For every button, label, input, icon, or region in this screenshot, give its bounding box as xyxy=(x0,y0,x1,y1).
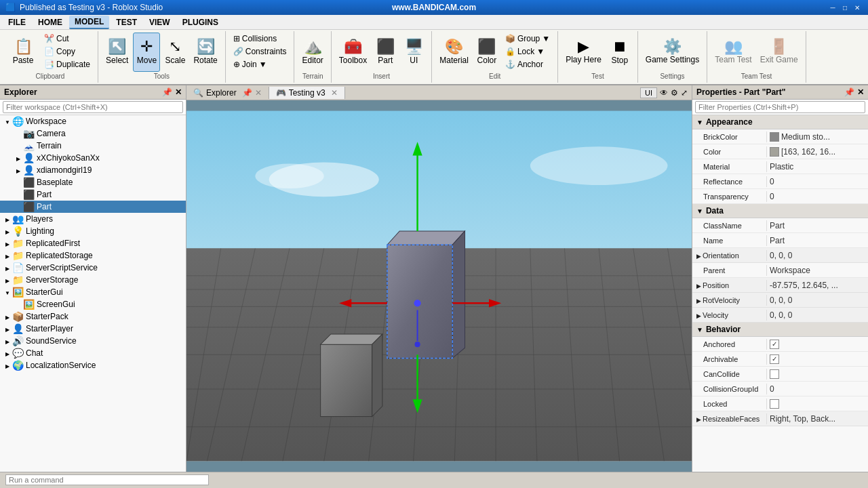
stop-button[interactable]: ⏹ Stop xyxy=(606,33,633,72)
viewport-tab[interactable]: 🎮 Testing v3 ✕ xyxy=(269,87,345,99)
locked-checkbox[interactable] xyxy=(770,399,779,409)
menu-model[interactable]: MODEL xyxy=(69,16,109,29)
tree-item-xdiamondgirl[interactable]: 👤 xdiamondgirl19 xyxy=(0,164,186,176)
archivable-checkbox[interactable]: ✓ xyxy=(770,354,779,364)
exit-game-button[interactable]: 🚪 Exit Game xyxy=(757,33,802,72)
starter-gui-arrow[interactable] xyxy=(3,289,12,296)
server-storage-arrow[interactable] xyxy=(3,277,12,284)
replicated-storage-arrow[interactable] xyxy=(3,252,12,260)
play-here-button[interactable]: ▶ Play Here xyxy=(562,33,605,72)
tree-item-server-script[interactable]: 📄 ServerScriptService xyxy=(0,262,186,274)
tree-item-chat[interactable]: 💬 Chat xyxy=(0,347,186,359)
move-button[interactable]: ✛ Move xyxy=(133,33,160,72)
tree-item-sound-service[interactable]: 🔊 SoundService xyxy=(0,335,186,347)
material-button[interactable]: 🎨 Material xyxy=(436,33,472,72)
prop-rotvelocity[interactable]: ▶RotVelocity 0, 0, 0 xyxy=(692,293,868,308)
team-test-button[interactable]: 👥 Team Test xyxy=(711,33,755,72)
archivable-value[interactable]: ✓ xyxy=(767,353,868,365)
anchor-button[interactable]: ⚓ Anchor xyxy=(502,58,553,70)
paste-button[interactable]: 📋 Paste xyxy=(7,33,39,72)
properties-lock-icon[interactable]: 📌 xyxy=(844,87,854,97)
ui-toggle-button[interactable]: UI xyxy=(640,87,657,98)
prop-resizeable-faces[interactable]: ▶ResizeableFaces Right, Top, Back... xyxy=(692,411,868,426)
material-value[interactable]: Plastic xyxy=(767,161,868,173)
tree-item-workspace[interactable]: 🌐 Workspace xyxy=(0,115,186,127)
brick-color-value[interactable]: Medium sto... xyxy=(767,131,868,143)
menu-test[interactable]: TEST xyxy=(111,16,142,28)
rotate-button[interactable]: 🔄 Rotate xyxy=(190,33,220,72)
properties-close-icon[interactable]: ✕ xyxy=(857,87,864,97)
data-section[interactable]: ▼ Data xyxy=(692,204,868,218)
group-button[interactable]: 📦 Group ▼ xyxy=(502,33,553,45)
part-button[interactable]: ⬛ Part xyxy=(372,33,399,72)
editor-button[interactable]: ⛰️ Editor xyxy=(298,33,326,72)
tree-item-starter-pack[interactable]: 📦 StarterPack xyxy=(0,310,186,323)
players-arrow[interactable] xyxy=(3,216,12,223)
lock-button[interactable]: 🔒 Lock ▼ xyxy=(502,45,553,58)
explorer-close-icon[interactable]: ✕ xyxy=(175,87,182,97)
tree-item-baseplate[interactable]: ⬛ Baseplate xyxy=(0,176,186,188)
minimize-button[interactable]: ─ xyxy=(827,2,838,13)
classname-value[interactable]: Part xyxy=(767,220,868,232)
localization-arrow[interactable] xyxy=(3,362,12,369)
menu-plugins[interactable]: PLUGINS xyxy=(177,16,224,28)
titlebar-controls[interactable]: ─ □ ✕ xyxy=(827,2,863,13)
locked-value[interactable] xyxy=(767,398,868,410)
properties-filter-input[interactable] xyxy=(695,101,865,113)
tree-item-lighting[interactable]: 💡 Lighting xyxy=(0,225,186,237)
prop-velocity[interactable]: ▶Velocity 0, 0, 0 xyxy=(692,308,868,323)
game-settings-button[interactable]: ⚙️ Game Settings xyxy=(642,33,703,72)
lighting-arrow[interactable] xyxy=(3,228,12,235)
starter-player-arrow[interactable] xyxy=(3,325,12,333)
menu-home[interactable]: HOME xyxy=(33,16,68,28)
tree-item-server-storage[interactable]: 📁 ServerStorage xyxy=(0,274,186,286)
tree-item-camera[interactable]: 📷 Camera xyxy=(0,127,186,140)
server-script-arrow[interactable] xyxy=(3,264,12,272)
replicated-first-arrow[interactable] xyxy=(3,240,12,247)
tree-item-starter-player[interactable]: 👤 StarterPlayer xyxy=(0,323,186,335)
tree-item-players[interactable]: 👥 Players xyxy=(0,213,186,225)
explorer-tab-btn[interactable]: 🔍 Explorer 📌 ✕ xyxy=(186,87,269,99)
explorer-tab-close[interactable]: ✕ xyxy=(255,88,262,98)
cancollide-checkbox[interactable] xyxy=(770,369,779,379)
maximize-button[interactable]: □ xyxy=(840,2,850,13)
command-input[interactable] xyxy=(5,474,209,485)
parent-value[interactable]: Workspace xyxy=(767,264,868,277)
cut-button[interactable]: ✂️ Cut xyxy=(41,33,94,45)
select-button[interactable]: ↖️ Select xyxy=(102,33,132,72)
menu-view[interactable]: VIEW xyxy=(144,16,176,28)
tree-item-part-parent[interactable]: ⬛ Part xyxy=(0,188,186,201)
tree-item-replicated-storage[interactable]: 📁 ReplicatedStorage xyxy=(0,249,186,262)
join-button[interactable]: ⊕ Join ▼ xyxy=(230,58,290,70)
constraints-button[interactable]: 🔗 Constraints xyxy=(230,45,290,58)
menu-file[interactable]: FILE xyxy=(3,16,31,28)
tree-item-localization[interactable]: 🌍 LocalizationService xyxy=(0,359,186,371)
cancollide-value[interactable] xyxy=(767,368,868,380)
explorer-filter-input[interactable] xyxy=(3,101,183,113)
close-button[interactable]: ✕ xyxy=(852,2,863,13)
behavior-section[interactable]: ▼ Behavior xyxy=(692,323,868,337)
color-value[interactable]: [163, 162, 16... xyxy=(767,146,868,158)
appearance-section[interactable]: ▼ Appearance xyxy=(692,115,868,129)
chat-arrow[interactable] xyxy=(3,350,12,357)
sound-service-arrow[interactable] xyxy=(3,338,12,345)
starter-pack-arrow[interactable] xyxy=(3,313,12,321)
anchored-checkbox[interactable]: ✓ xyxy=(770,340,779,349)
name-field-value[interactable]: Part xyxy=(767,235,868,247)
collision-group-value[interactable]: 0 xyxy=(767,383,868,395)
scale-button[interactable]: ⤡ Scale xyxy=(161,33,189,72)
workspace-arrow[interactable] xyxy=(3,118,12,125)
color-button[interactable]: ⬛ Color xyxy=(473,33,500,72)
tree-item-xxchiyoko[interactable]: 👤 xXChiyokoSanXx xyxy=(0,152,186,164)
transparency-value[interactable]: 0 xyxy=(767,190,868,203)
reflectance-value[interactable]: 0 xyxy=(767,176,868,188)
tree-item-terrain[interactable]: 🗻 Terrain xyxy=(0,140,186,152)
toolbox-button[interactable]: 🧰 Toolbox xyxy=(336,33,370,72)
prop-orientation[interactable]: ▶Orientation 0, 0, 0 xyxy=(692,248,868,263)
collisions-button[interactable]: ⊞ Collisions xyxy=(230,33,290,45)
copy-button[interactable]: 📄 Copy xyxy=(41,45,94,58)
tree-item-part[interactable]: ⬛ Part xyxy=(0,201,186,213)
tree-item-screen-gui[interactable]: 🖼️ ScreenGui xyxy=(0,298,186,310)
viewport-tab-close-icon[interactable]: ✕ xyxy=(331,88,338,98)
xdiamondgirl-arrow[interactable] xyxy=(14,167,23,174)
